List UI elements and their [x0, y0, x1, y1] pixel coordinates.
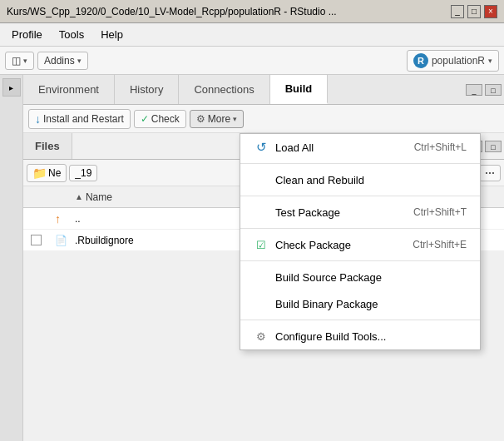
tab-build[interactable]: Build	[270, 75, 329, 104]
check-label: Check	[151, 113, 180, 125]
separator-2	[240, 196, 480, 196]
load-all-shortcut: Ctrl+Shift+L	[414, 141, 467, 153]
layout: ▸ Environment History Connections Build …	[0, 75, 504, 441]
new-folder-button[interactable]: 📁 Ne	[27, 164, 67, 182]
menu-bar: Profile Tools Help	[0, 23, 504, 47]
path-button[interactable]: _19	[69, 165, 97, 181]
folder-icon: 📁	[32, 166, 47, 180]
files-tab[interactable]: Files	[23, 133, 72, 159]
check-package-icon: ☑	[254, 237, 269, 252]
install-restart-button[interactable]: ↓ Install and Restart	[28, 109, 131, 129]
project-dropdown-arrow: ▾	[488, 57, 492, 65]
tab-environment[interactable]: Environment	[23, 75, 115, 104]
left-sidebar: ▸	[0, 75, 23, 441]
panel-minimize-button[interactable]: _	[466, 84, 482, 96]
new-file-label: Ne	[48, 167, 61, 179]
check-package-shortcut: Ctrl+Shift+E	[413, 239, 467, 250]
more-dropdown-menu: ↺ Load All Ctrl+Shift+L Clean and Rebuil…	[240, 133, 481, 350]
check-package-label: Check Package	[275, 239, 351, 251]
grid-dropdown-arrow: ▾	[23, 57, 27, 65]
test-package-label: Test Package	[275, 206, 340, 219]
check-icon: ✓	[141, 113, 149, 125]
separator-3	[240, 228, 480, 229]
grid-icon-button[interactable]: ◫ ▾	[5, 52, 34, 70]
more-label: More	[208, 113, 230, 125]
minimize-button[interactable]: _	[451, 5, 464, 18]
close-button[interactable]: ×	[484, 5, 497, 18]
menu-tools[interactable]: Tools	[51, 25, 92, 44]
file-icon: 📄	[55, 235, 67, 246]
project-badge[interactable]: R populationR ▾	[407, 50, 499, 72]
configure-tools-label: Configure Build Tools...	[275, 330, 386, 343]
install-icon: ↓	[35, 112, 41, 126]
menu-item-load-all[interactable]: ↺ Load All Ctrl+Shift+L	[240, 134, 480, 161]
build-binary-label: Build Binary Package	[275, 298, 378, 310]
main-content: Environment History Connections Build _ …	[23, 75, 504, 441]
menu-item-test-package[interactable]: Test Package Ctrl+Shift+T	[240, 199, 480, 225]
menu-item-build-binary[interactable]: Build Binary Package	[240, 290, 480, 317]
configure-tools-icon: ⚙	[254, 329, 269, 344]
row-icon-2: 📄	[48, 235, 68, 246]
menu-item-clean-rebuild[interactable]: Clean and Rebuild	[240, 166, 480, 193]
tab-history[interactable]: History	[115, 75, 179, 104]
more-dropdown-arrow: ▾	[233, 115, 237, 123]
load-all-icon: ↺	[254, 140, 269, 155]
gear-icon: ⚙	[196, 113, 205, 125]
sidebar-btn-1[interactable]: ▸	[2, 78, 21, 97]
title-bar: Kurs/WS_Cpp_1920/0_Code/10_LV-Model_Rcpp…	[0, 0, 504, 23]
menu-profile[interactable]: Profile	[3, 25, 51, 44]
row-icon-1: ↑	[48, 212, 68, 225]
test-package-icon	[254, 205, 269, 220]
separator-5	[240, 320, 480, 320]
r-icon: R	[413, 53, 428, 68]
title-controls: _ □ ×	[451, 5, 497, 18]
tab-connections[interactable]: Connections	[179, 75, 269, 104]
project-label: populationR	[432, 55, 485, 67]
clean-rebuild-label: Clean and Rebuild	[275, 174, 364, 186]
addins-label: Addins	[44, 55, 75, 67]
up-folder-icon: ↑	[55, 212, 61, 225]
sort-arrow-icon: ▲	[75, 192, 83, 201]
menu-item-configure-tools[interactable]: ⚙ Configure Build Tools...	[240, 323, 480, 349]
build-binary-icon	[254, 296, 269, 311]
panel-maximize-button[interactable]: □	[485, 84, 502, 96]
addins-button[interactable]: Addins ▾	[37, 52, 88, 70]
more-options-button[interactable]: ⋯	[479, 165, 501, 181]
file-checkbox[interactable]	[31, 235, 42, 245]
menu-item-check-package[interactable]: ☑ Check Package Ctrl+Shift+E	[240, 231, 480, 258]
menu-item-build-source[interactable]: Build Source Package	[240, 264, 480, 290]
maximize-button[interactable]: □	[467, 5, 481, 18]
top-toolbar: ◫ ▾ Addins ▾ R populationR ▾	[0, 47, 504, 75]
test-package-shortcut: Ctrl+Shift+T	[413, 206, 467, 218]
more-button[interactable]: ⚙ More ▾	[190, 110, 244, 128]
build-source-label: Build Source Package	[275, 271, 382, 284]
path-label: _19	[75, 167, 91, 179]
load-all-label: Load All	[275, 141, 314, 154]
row-check-2[interactable]	[23, 235, 48, 245]
check-button[interactable]: ✓ Check	[134, 110, 186, 128]
separator-4	[240, 260, 480, 261]
panel-tabs-row: Environment History Connections Build _ …	[23, 75, 504, 105]
clean-rebuild-icon	[254, 172, 269, 187]
menu-help[interactable]: Help	[92, 25, 131, 44]
title-text: Kurs/WS_Cpp_1920/0_Code/10_LV-Model_Rcpp…	[7, 6, 451, 17]
grid-icon: ◫	[12, 55, 21, 67]
addins-dropdown-arrow: ▾	[77, 57, 82, 65]
separator-1	[240, 163, 480, 164]
build-source-icon	[254, 270, 269, 285]
build-toolbar: ↓ Install and Restart ✓ Check ⚙ More ▾ ↺…	[23, 105, 504, 133]
files-maximize-button[interactable]: □	[485, 141, 502, 152]
install-restart-label: Install and Restart	[43, 113, 124, 125]
